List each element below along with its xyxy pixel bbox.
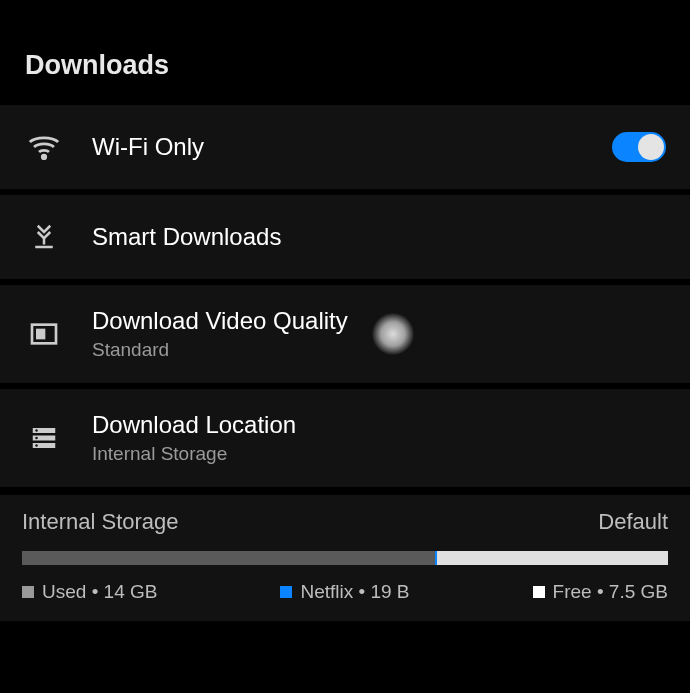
svg-rect-4 xyxy=(36,329,45,340)
svg-point-9 xyxy=(35,437,38,440)
row-wifi-only[interactable]: Wi-Fi Only xyxy=(0,105,690,195)
storage-bar-free xyxy=(437,551,668,565)
download-location-value: Internal Storage xyxy=(92,443,666,465)
legend-used: Used • 14 GB xyxy=(22,581,157,603)
video-quality-icon xyxy=(24,314,64,354)
svg-rect-2 xyxy=(35,246,53,249)
storage-title: Internal Storage xyxy=(22,509,179,535)
legend-used-text: Used • 14 GB xyxy=(42,581,157,603)
storage-bar xyxy=(22,551,668,565)
legend-netflix: Netflix • 19 B xyxy=(280,581,409,603)
row-smart-downloads[interactable]: Smart Downloads xyxy=(0,195,690,285)
toggle-thumb xyxy=(638,134,664,160)
wifi-only-label: Wi-Fi Only xyxy=(92,133,612,161)
storage-bar-used xyxy=(22,551,435,565)
swatch-netflix xyxy=(280,586,292,598)
swatch-used xyxy=(22,586,34,598)
storage-icon xyxy=(24,418,64,458)
download-location-label: Download Location xyxy=(92,411,666,439)
wifi-icon xyxy=(24,127,64,167)
smart-downloads-icon xyxy=(24,217,64,257)
svg-point-0 xyxy=(42,155,45,158)
swatch-free xyxy=(533,586,545,598)
legend-free-text: Free • 7.5 GB xyxy=(553,581,668,603)
video-quality-value: Standard xyxy=(92,339,666,361)
svg-point-8 xyxy=(35,429,38,432)
page-title: Downloads xyxy=(25,50,690,81)
smart-downloads-label: Smart Downloads xyxy=(92,223,666,251)
legend-netflix-text: Netflix • 19 B xyxy=(300,581,409,603)
storage-default-label: Default xyxy=(598,509,668,535)
svg-point-10 xyxy=(35,444,38,447)
storage-section: Internal Storage Default Used • 14 GB Ne… xyxy=(0,495,690,621)
wifi-only-toggle[interactable] xyxy=(612,132,666,162)
video-quality-label: Download Video Quality xyxy=(92,307,666,335)
storage-legend: Used • 14 GB Netflix • 19 B Free • 7.5 G… xyxy=(22,581,668,603)
legend-free: Free • 7.5 GB xyxy=(533,581,668,603)
row-video-quality[interactable]: Download Video Quality Standard xyxy=(0,285,690,389)
row-download-location[interactable]: Download Location Internal Storage xyxy=(0,389,690,493)
